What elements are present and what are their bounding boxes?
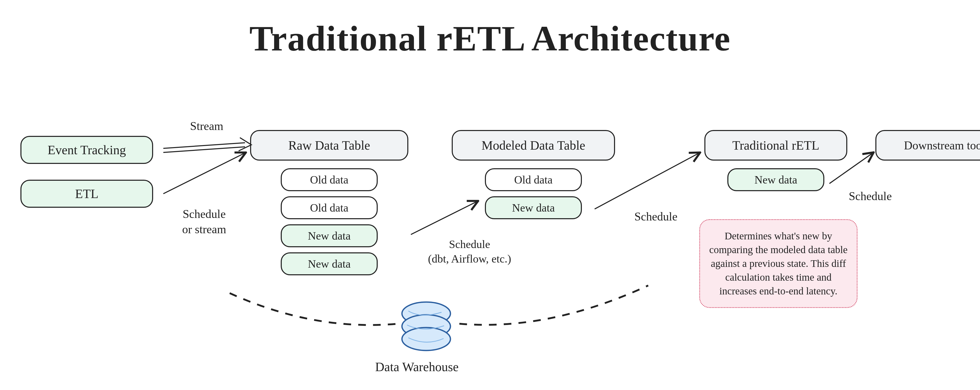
data-warehouse-icon [402,302,450,350]
retl-row-1: New data [727,168,824,191]
warehouse-boundary [230,285,648,325]
svg-point-7 [402,315,450,338]
node-traditional-retl: Traditional rETL [704,130,847,160]
edge-label-schedule-1: Schedule [623,209,689,224]
node-raw-data-table: Raw Data Table [250,130,408,160]
node-downstream-tools-real: Downstream tools [875,130,980,160]
modeled-row-1: Old data [485,168,582,191]
svg-line-4 [595,153,699,209]
arrow-modeled-to-retl [595,153,699,209]
arrow-raw-to-modeled [411,201,477,235]
svg-line-2 [163,153,245,194]
edge-label-schedule-dbt: Schedule (dbt, Airflow, etc.) [411,237,528,266]
modeled-row-2: New data [485,196,582,219]
svg-line-1 [163,147,245,152]
edge-label-schedule-or-stream: Schedule or stream [163,206,245,237]
raw-row-4: New data [281,252,378,275]
raw-row-1: Old data [281,168,378,191]
svg-line-3 [411,201,477,235]
note-diff-calculation: Determines what's new by comparing the m… [699,219,858,308]
arrow-event-to-raw [163,138,251,152]
diagram-title: Traditional rETL Architecture [0,18,980,59]
arrow-etl-to-raw [163,153,245,194]
node-event-tracking: Event Tracking [21,136,153,164]
node-modeled-data-table: Modeled Data Table [452,130,615,160]
svg-point-6 [402,302,450,325]
raw-row-3: New data [281,224,378,247]
svg-point-8 [402,328,450,350]
label-data-warehouse: Data Warehouse [375,360,458,374]
edge-label-stream: Stream [173,119,240,134]
node-etl: ETL [21,180,153,208]
raw-row-2: Old data [281,196,378,219]
edge-label-schedule-2: Schedule [837,189,904,204]
svg-line-0 [163,143,245,148]
